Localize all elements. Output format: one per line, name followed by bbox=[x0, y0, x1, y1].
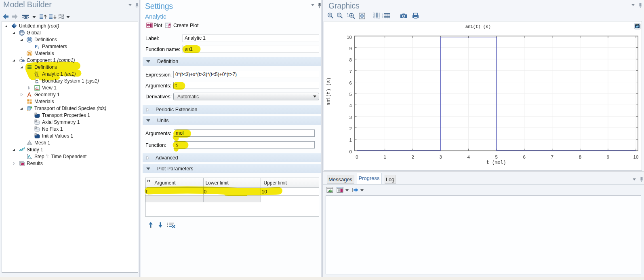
svg-text:3: 3 bbox=[349, 115, 352, 120]
svg-text:1: 1 bbox=[383, 155, 386, 159]
svg-text:4: 4 bbox=[467, 155, 470, 159]
svg-text:8: 8 bbox=[579, 155, 581, 159]
svg-text:3: 3 bbox=[439, 155, 442, 159]
svg-text:5: 5 bbox=[495, 155, 498, 159]
svg-text:x): x) bbox=[36, 86, 38, 89]
svg-text:7: 7 bbox=[349, 69, 352, 74]
svg-text:0: 0 bbox=[349, 149, 352, 154]
svg-text:6: 6 bbox=[523, 155, 526, 159]
svg-text:t (mol): t (mol) bbox=[486, 160, 506, 165]
svg-text:10: 10 bbox=[633, 155, 639, 159]
svg-text:2: 2 bbox=[349, 126, 352, 131]
svg-text:8: 8 bbox=[349, 57, 352, 62]
svg-text:1: 1 bbox=[349, 138, 352, 142]
svg-text:9: 9 bbox=[349, 46, 352, 51]
svg-text:i: i bbox=[38, 46, 39, 50]
svg-text:10: 10 bbox=[347, 35, 352, 40]
svg-text:6: 6 bbox=[349, 81, 352, 85]
svg-text:an1(t) (s): an1(t) (s) bbox=[465, 24, 490, 29]
svg-text:P: P bbox=[35, 44, 38, 49]
svg-text:7: 7 bbox=[551, 155, 554, 159]
svg-text:an1(t) (s): an1(t) (s) bbox=[326, 77, 332, 105]
svg-text:5: 5 bbox=[349, 92, 352, 97]
svg-text:4: 4 bbox=[349, 103, 352, 108]
svg-text:0: 0 bbox=[356, 155, 358, 159]
svg-text:2: 2 bbox=[411, 155, 414, 159]
svg-text:9: 9 bbox=[607, 155, 609, 159]
